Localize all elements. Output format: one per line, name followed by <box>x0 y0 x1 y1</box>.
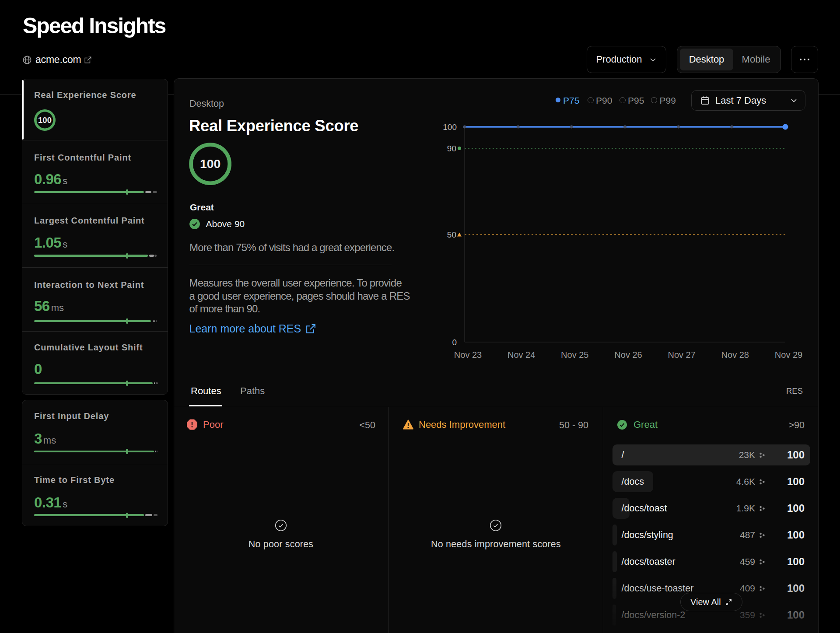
svg-text:Nov 25: Nov 25 <box>561 350 588 360</box>
svg-text:Nov 28: Nov 28 <box>721 350 749 360</box>
svg-text:Nov 26: Nov 26 <box>614 350 642 360</box>
svg-text:100: 100 <box>38 115 52 125</box>
svg-text:Nov 24: Nov 24 <box>508 350 535 360</box>
svg-text:Nov 27: Nov 27 <box>668 350 696 360</box>
svg-text:Nov 23: Nov 23 <box>454 350 482 360</box>
svg-text:100: 100 <box>443 122 457 132</box>
svg-text:90: 90 <box>447 144 456 153</box>
svg-text:50: 50 <box>447 230 456 239</box>
svg-text:0: 0 <box>452 338 457 347</box>
svg-text:Nov 29: Nov 29 <box>775 350 802 360</box>
svg-text:100: 100 <box>200 157 221 171</box>
